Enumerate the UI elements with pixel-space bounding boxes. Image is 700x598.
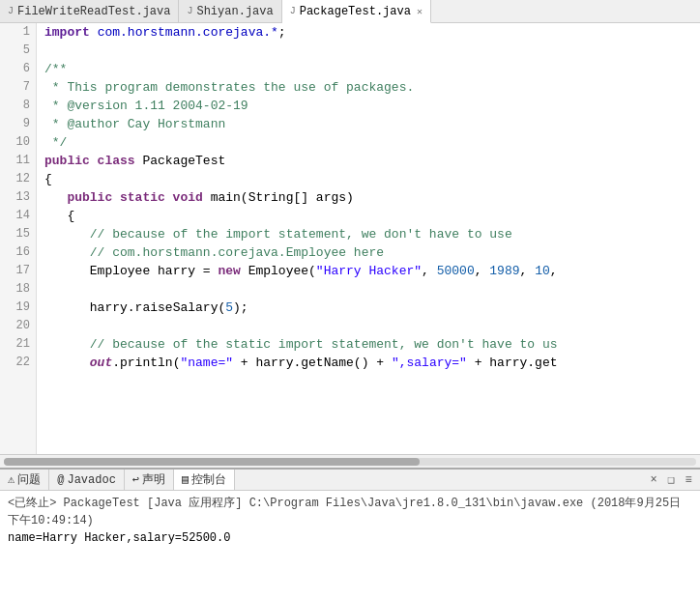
bottom-tab-javadoc[interactable]: @ Javadoc <box>49 470 125 490</box>
scrollbar-thumb[interactable] <box>4 458 420 466</box>
java-file-icon: J <box>8 6 14 16</box>
bottom-tab-declaration[interactable]: ↩ 声明 <box>125 470 174 490</box>
tab-label: FileWriteReadTest.java <box>17 5 170 18</box>
bottom-panel-actions: × ❑ ≡ <box>646 472 700 488</box>
code-container[interactable]: 1 5 6 7 8 9 10 11 12 13 14 15 16 17 18 1… <box>0 23 700 454</box>
tab-shiyan[interactable]: J Shiyan.java <box>179 0 281 22</box>
console-label: 控制台 <box>191 471 226 488</box>
tab-label: PackageTest.java <box>300 5 411 18</box>
javadoc-label: Javadoc <box>67 473 115 487</box>
scrollbar-track[interactable] <box>4 458 696 466</box>
terminated-line: <已终止> PackageTest [Java 应用程序] C:\Program… <box>8 495 692 529</box>
java-file-icon: J <box>290 6 296 16</box>
tab-packagetest[interactable]: J PackageTest.java ✕ <box>282 0 431 23</box>
console-icon: ▤ <box>182 472 189 487</box>
console-output: <已终止> PackageTest [Java 应用程序] C:\Program… <box>0 491 700 594</box>
tab-bar: J FileWriteReadTest.java J Shiyan.java J… <box>0 0 700 23</box>
tab-filewritereadtest[interactable]: J FileWriteReadTest.java <box>0 0 179 22</box>
bottom-panel: ⚠ 问题 @ Javadoc ↩ 声明 ▤ 控制台 × ❑ ≡ <已终止> Pa… <box>0 468 700 594</box>
menu-panel-button[interactable]: ≡ <box>681 472 696 488</box>
problems-label: 问题 <box>17 471 41 488</box>
horizontal-scrollbar[interactable] <box>0 454 700 468</box>
problems-icon: ⚠ <box>8 472 15 487</box>
close-panel-button[interactable]: × <box>646 472 661 488</box>
bottom-tab-console[interactable]: ▤ 控制台 <box>174 470 235 490</box>
declaration-label: 声明 <box>142 471 165 488</box>
line-numbers: 1 5 6 7 8 9 10 11 12 13 14 15 16 17 18 1… <box>0 23 37 454</box>
code-editor[interactable]: import com.horstmann.corejava.*; /** * T… <box>37 23 700 454</box>
tab-close-icon[interactable]: ✕ <box>417 6 423 17</box>
javadoc-icon: @ <box>57 473 64 487</box>
declaration-icon: ↩ <box>132 472 139 487</box>
bottom-tab-problems[interactable]: ⚠ 问题 <box>0 470 49 490</box>
editor-area: 1 5 6 7 8 9 10 11 12 13 14 15 16 17 18 1… <box>0 23 700 468</box>
tab-label: Shiyan.java <box>196 5 273 18</box>
minimize-panel-button[interactable]: ❑ <box>663 472 679 488</box>
bottom-tab-bar: ⚠ 问题 @ Javadoc ↩ 声明 ▤ 控制台 × ❑ ≡ <box>0 470 700 491</box>
console-result-line: name=Harry Hacker,salary=52500.0 <box>8 529 692 547</box>
java-file-icon: J <box>187 6 192 16</box>
